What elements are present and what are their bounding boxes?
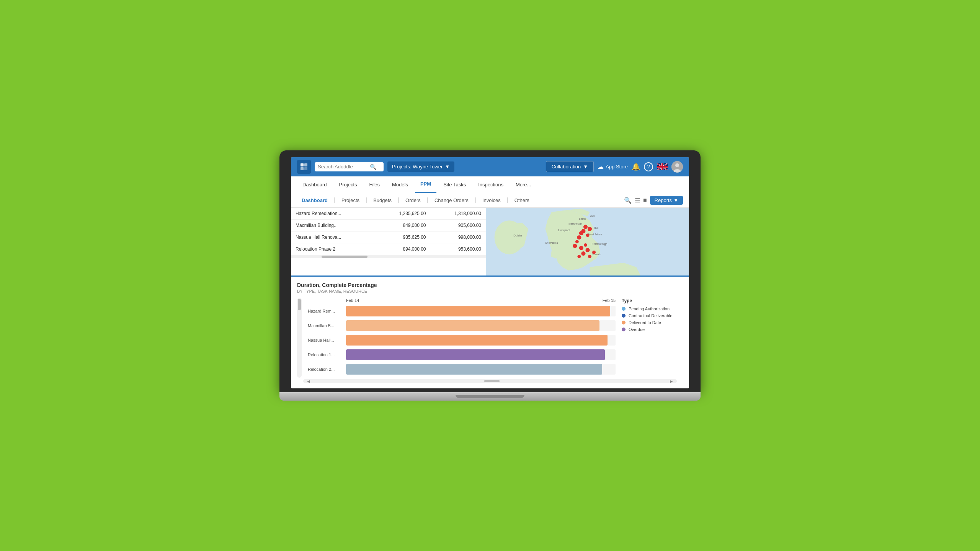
legend-label: Pending Authorization bbox=[629, 306, 670, 311]
gantt-chart: Feb 14 Feb 15 Hazard Rem... Macmillan B.… bbox=[308, 298, 616, 378]
gantt-title: Duration, Complete Percentage bbox=[297, 282, 683, 288]
gantt-row-label: Macmillan B... bbox=[308, 323, 346, 328]
search-view-icon[interactable]: 🔍 bbox=[624, 197, 632, 204]
gantt-row-label: Relocation 2... bbox=[308, 367, 346, 372]
table-row[interactable]: Nassua Hall Renova... 935,625.00 998,000… bbox=[291, 231, 486, 243]
search-input[interactable] bbox=[318, 164, 368, 170]
scrollbar-thumb bbox=[322, 256, 368, 258]
row-col2: 894,000.00 bbox=[375, 243, 430, 255]
nav-projects[interactable]: Projects bbox=[334, 176, 363, 193]
nav-ppm[interactable]: PPM bbox=[415, 176, 436, 193]
gantt-row: Relocation 2... bbox=[308, 363, 616, 375]
nav-dashboard[interactable]: Dashboard bbox=[297, 176, 332, 193]
gantt-bar-area bbox=[346, 335, 616, 346]
list-view-icon[interactable]: ☰ bbox=[635, 197, 640, 204]
svg-point-38 bbox=[585, 248, 590, 252]
gantt-rows: Hazard Rem... Macmillan B... Nassua Hall… bbox=[308, 305, 616, 375]
top-bar: 🔍 Projects: Wayne Tower ▼ Collaboration … bbox=[291, 157, 689, 176]
row-col2: 849,000.00 bbox=[375, 219, 430, 231]
gantt-date-end: Feb 15 bbox=[603, 298, 616, 303]
laptop-container: 🔍 Projects: Wayne Tower ▼ Collaboration … bbox=[279, 150, 701, 401]
notifications-icon[interactable]: 🔔 bbox=[632, 163, 640, 171]
gantt-bar-area bbox=[346, 364, 616, 375]
nav-models[interactable]: Models bbox=[387, 176, 413, 193]
scroll-right-arrow[interactable]: ▶ bbox=[670, 379, 673, 383]
app-logo[interactable] bbox=[297, 160, 311, 174]
legend-title: Type bbox=[622, 298, 683, 303]
language-flag[interactable] bbox=[657, 163, 668, 170]
subnav-others[interactable]: Others bbox=[510, 195, 534, 205]
gantt-bar-area bbox=[346, 306, 616, 316]
reports-chevron: ▼ bbox=[673, 197, 678, 203]
chevron-down-icon: ▼ bbox=[583, 164, 588, 170]
legend-label: Delivered to Date bbox=[629, 320, 661, 325]
collaboration-button[interactable]: Collaboration ▼ bbox=[546, 161, 594, 172]
svg-point-28 bbox=[583, 225, 588, 229]
nav-inspections[interactable]: Inspections bbox=[473, 176, 509, 193]
map-section: Dublin Liverpool Manchester Leeds York H… bbox=[486, 208, 689, 276]
laptop-base bbox=[279, 392, 701, 401]
row-col3: 905,600.00 bbox=[431, 219, 486, 231]
gantt-bar bbox=[346, 364, 602, 375]
svg-point-33 bbox=[577, 235, 581, 240]
horizontal-scrollbar[interactable] bbox=[291, 255, 486, 258]
search-box[interactable]: 🔍 bbox=[315, 162, 384, 171]
subnav-projects[interactable]: Projects bbox=[337, 195, 364, 205]
help-icon[interactable]: ? bbox=[644, 162, 653, 171]
table-row[interactable]: Macmillan Building... 849,000.00 905,600… bbox=[291, 219, 486, 231]
avatar[interactable] bbox=[671, 161, 683, 173]
nav-more[interactable]: More... bbox=[510, 176, 536, 193]
svg-point-42 bbox=[592, 251, 596, 254]
legend-item: Delivered to Date bbox=[622, 320, 683, 325]
table-row[interactable]: Hazard Remediation... 1,235,625.00 1,318… bbox=[291, 208, 486, 220]
row-col3: 998,000.00 bbox=[431, 231, 486, 243]
row-name: Hazard Remediation... bbox=[291, 208, 375, 220]
svg-rect-12 bbox=[657, 166, 668, 168]
data-table-section: Hazard Remediation... 1,235,625.00 1,318… bbox=[291, 208, 486, 276]
svg-point-41 bbox=[588, 255, 591, 258]
row-name: Relocation Phase 2 bbox=[291, 243, 375, 255]
svg-point-31 bbox=[579, 231, 583, 235]
svg-text:York: York bbox=[590, 215, 595, 217]
subnav-change-orders[interactable]: Change Orders bbox=[430, 195, 473, 205]
scroll-left-arrow[interactable]: ◀ bbox=[307, 379, 310, 383]
bottom-scrollbar[interactable]: ◀ ▶ bbox=[303, 379, 677, 383]
table-row[interactable]: Relocation Phase 2 894,000.00 953,600.00 bbox=[291, 243, 486, 255]
subnav-budgets[interactable]: Budgets bbox=[369, 195, 396, 205]
legend-item: Overdue bbox=[622, 327, 683, 332]
subnav-dashboard[interactable]: Dashboard bbox=[297, 195, 332, 205]
gantt-bar bbox=[346, 349, 605, 360]
svg-rect-1 bbox=[304, 163, 307, 166]
search-icon: 🔍 bbox=[370, 164, 376, 170]
svg-text:Hull: Hull bbox=[594, 227, 599, 229]
svg-point-32 bbox=[586, 233, 590, 237]
grid-view-icon[interactable]: ■ bbox=[643, 197, 647, 204]
main-nav: Dashboard Projects Files Models PPM Site… bbox=[291, 176, 689, 193]
project-selector[interactable]: Projects: Wayne Tower ▼ bbox=[387, 161, 454, 172]
row-name: Macmillan Building... bbox=[291, 219, 375, 231]
row-col2: 935,625.00 bbox=[375, 231, 430, 243]
row-col3: 953,600.00 bbox=[431, 243, 486, 255]
screen-bezel: 🔍 Projects: Wayne Tower ▼ Collaboration … bbox=[279, 150, 701, 392]
nav-site-tasks[interactable]: Site Tasks bbox=[438, 176, 471, 193]
svg-point-39 bbox=[581, 251, 585, 256]
nav-files[interactable]: Files bbox=[364, 176, 385, 193]
row-col2: 1,235,625.00 bbox=[375, 208, 430, 220]
row-col3: 1,318,000.00 bbox=[431, 208, 486, 220]
reports-button[interactable]: Reports ▼ bbox=[650, 196, 683, 205]
svg-rect-0 bbox=[301, 163, 304, 166]
subnav-orders[interactable]: Orders bbox=[401, 195, 425, 205]
svg-point-35 bbox=[573, 244, 577, 248]
gantt-bar bbox=[346, 320, 599, 331]
legend-label: Contractual Deliverable bbox=[629, 313, 672, 318]
gantt-bar bbox=[346, 335, 608, 346]
appstore-button[interactable]: ☁ App Store bbox=[598, 163, 628, 170]
svg-point-40 bbox=[577, 255, 581, 258]
map-svg: Dublin Liverpool Manchester Leeds York H… bbox=[486, 208, 689, 276]
subnav-invoices[interactable]: Invoices bbox=[478, 195, 505, 205]
svg-rect-2 bbox=[301, 167, 304, 170]
gantt-row: Hazard Rem... bbox=[308, 305, 616, 317]
gantt-header: Feb 14 Feb 15 bbox=[308, 298, 616, 303]
gantt-vertical-scrollbar[interactable] bbox=[297, 298, 302, 378]
svg-text:Snowdonia: Snowdonia bbox=[545, 241, 558, 244]
